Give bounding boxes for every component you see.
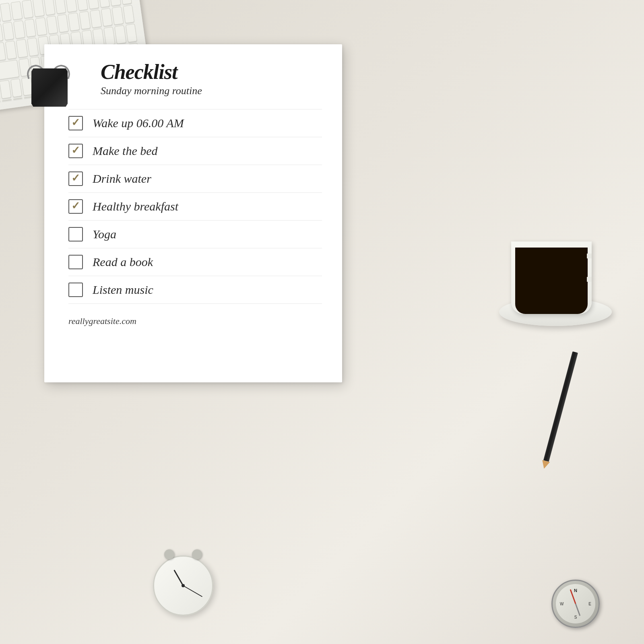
- key: [0, 3, 12, 21]
- key: [43, 0, 55, 15]
- paper-title: Checklist: [101, 60, 318, 83]
- key: [22, 0, 33, 19]
- checklist-paper: Checklist Sunday morning routine ✓Wake u…: [44, 44, 342, 382]
- key: [68, 12, 80, 31]
- checklist-item[interactable]: ✓Make the bed: [68, 137, 322, 165]
- key: [2, 22, 14, 40]
- key: [2, 99, 11, 101]
- item-label-2: Drink water: [93, 172, 151, 186]
- compass-north-label: N: [574, 588, 577, 593]
- key: [103, 27, 115, 45]
- compass-west-label: W: [560, 602, 564, 606]
- checkmark-icon: ✓: [71, 145, 80, 156]
- compass: N S E W: [551, 580, 604, 632]
- spacebar-key: [0, 60, 20, 81]
- cup-content: [515, 248, 588, 314]
- clock: [153, 555, 217, 620]
- clip-body: [31, 68, 68, 107]
- checklist-item[interactable]: ✓Healthy breakfast: [68, 193, 322, 221]
- coffee-cup: [511, 242, 592, 314]
- cup-handle: [587, 254, 592, 282]
- key: [27, 37, 39, 56]
- key: [112, 6, 124, 25]
- checklist-item[interactable]: Yoga: [68, 221, 322, 248]
- item-label-1: Make the bed: [93, 144, 158, 158]
- checkbox-0[interactable]: ✓: [68, 116, 83, 130]
- paper-header: Checklist Sunday morning routine: [44, 44, 342, 105]
- key: [65, 0, 77, 12]
- paper-footer: reallygreatsite.com: [44, 308, 342, 339]
- key: [13, 20, 25, 39]
- clock-minute-hand: [183, 585, 203, 597]
- item-label-6: Listen music: [93, 283, 153, 297]
- checkbox-4[interactable]: [68, 227, 83, 242]
- key: [5, 41, 17, 59]
- compass-south-label: S: [574, 615, 577, 619]
- key: [11, 1, 23, 20]
- checklist: ✓Wake up 06.00 AM✓Make the bed✓Drink wat…: [44, 105, 342, 308]
- key: [24, 19, 36, 37]
- key: [101, 8, 113, 26]
- key: [125, 24, 137, 42]
- checkbox-6[interactable]: [68, 283, 83, 297]
- checkbox-3[interactable]: ✓: [68, 199, 83, 214]
- clock-center: [182, 584, 185, 587]
- key: [54, 0, 66, 14]
- compass-east-label: E: [588, 602, 591, 606]
- compass-body: N S E W: [551, 580, 600, 628]
- checkbox-2[interactable]: ✓: [68, 171, 83, 186]
- key: [46, 16, 58, 34]
- key: [57, 14, 69, 33]
- checkmark-icon: ✓: [71, 118, 80, 128]
- key: [0, 101, 1, 103]
- key: [16, 39, 28, 58]
- checkmark-icon: ✓: [71, 173, 80, 184]
- coffee-area: [491, 181, 620, 334]
- key: [0, 42, 6, 62]
- checklist-item[interactable]: Listen music: [68, 276, 322, 304]
- clock-bell-left: [164, 549, 174, 559]
- key: [90, 9, 101, 28]
- key: [10, 78, 22, 97]
- clock-bell-right: [192, 549, 202, 559]
- compass-inner: N S E W: [556, 584, 595, 623]
- key: [33, 0, 44, 17]
- checklist-item[interactable]: ✓Drink water: [68, 165, 322, 193]
- key: [109, 0, 121, 6]
- checkbox-5[interactable]: [68, 255, 83, 269]
- key: [114, 25, 126, 44]
- checkmark-icon: ✓: [71, 201, 80, 211]
- checklist-item[interactable]: ✓Wake up 06.00 AM: [68, 109, 322, 137]
- item-label-3: Healthy breakfast: [93, 200, 178, 213]
- binder-clip: [27, 62, 72, 115]
- website-url: reallygreatsite.com: [68, 316, 318, 326]
- key: [123, 5, 134, 23]
- item-label-5: Read a book: [93, 255, 153, 269]
- paper-subtitle: Sunday morning routine: [101, 85, 318, 97]
- key: [76, 0, 88, 10]
- checklist-item[interactable]: Read a book: [68, 248, 322, 276]
- checkbox-1[interactable]: ✓: [68, 144, 83, 158]
- compass-needle-south: [575, 603, 581, 616]
- key: [35, 17, 47, 35]
- clock-body: [153, 555, 213, 616]
- key: [120, 0, 132, 4]
- clock-hour-hand: [173, 570, 184, 586]
- key: [87, 0, 99, 9]
- key: [79, 11, 91, 29]
- key: [98, 0, 110, 8]
- item-label-0: Wake up 06.00 AM: [93, 116, 184, 130]
- key: [13, 97, 23, 99]
- key: [0, 80, 11, 99]
- item-label-4: Yoga: [93, 227, 116, 241]
